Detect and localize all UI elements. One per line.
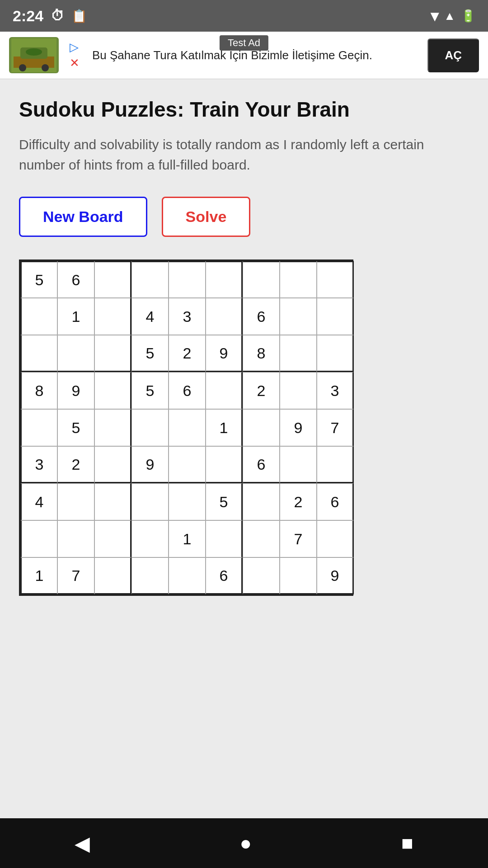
sudoku-cell[interactable]: 9 [206,335,243,372]
sudoku-row: 5298 [20,335,354,372]
sudoku-cell[interactable] [94,409,131,446]
sudoku-cell[interactable]: 6 [206,557,243,594]
sudoku-cell[interactable]: 4 [20,483,57,520]
sudoku-cell[interactable] [206,298,243,335]
sudoku-cell[interactable] [131,557,169,594]
new-board-button[interactable]: New Board [19,197,147,237]
sudoku-cell[interactable] [280,372,317,409]
sudoku-cell[interactable]: 1 [169,520,206,557]
sudoku-cell[interactable] [169,483,206,520]
sudoku-cell[interactable] [20,298,57,335]
sudoku-cell[interactable]: 1 [206,409,243,446]
sudoku-cell[interactable] [317,520,354,557]
sudoku-cell[interactable] [94,335,131,372]
sudoku-cell[interactable] [169,261,206,298]
sudoku-cell[interactable] [317,446,354,483]
ad-play-icon[interactable]: ▷ [70,40,79,54]
back-button[interactable]: ◀ [75,832,90,855]
home-button[interactable]: ● [239,832,252,854]
ad-label: Test Ad [220,35,268,51]
sudoku-cell[interactable]: 5 [57,409,94,446]
sudoku-cell[interactable] [317,298,354,335]
sudoku-cell[interactable] [243,483,280,520]
sudoku-cell[interactable]: 7 [57,557,94,594]
sudoku-cell[interactable] [206,520,243,557]
sudoku-cell[interactable] [94,298,131,335]
sudoku-cell[interactable] [206,446,243,483]
sudoku-cell[interactable]: 7 [317,409,354,446]
sudoku-cell[interactable] [206,372,243,409]
sudoku-cell[interactable] [243,557,280,594]
sudoku-cell[interactable]: 2 [57,446,94,483]
recent-button[interactable]: ■ [401,832,413,854]
sudoku-cell[interactable] [131,520,169,557]
sudoku-cell[interactable] [169,409,206,446]
sudoku-cell[interactable]: 4 [131,298,169,335]
sudoku-cell[interactable] [169,446,206,483]
sudoku-cell[interactable]: 9 [317,557,354,594]
sudoku-cell[interactable]: 6 [169,372,206,409]
sudoku-cell[interactable]: 2 [169,335,206,372]
sudoku-cell[interactable]: 5 [131,335,169,372]
sudoku-cell[interactable]: 1 [57,298,94,335]
sudoku-row: 3296 [20,446,354,483]
sudoku-cell[interactable]: 5 [131,372,169,409]
ad-close-icon[interactable]: ✕ [70,56,80,70]
sudoku-row: 895623 [20,372,354,409]
sudoku-cell[interactable]: 3 [20,446,57,483]
sudoku-cell[interactable]: 1 [20,557,57,594]
sudoku-cell[interactable] [57,520,94,557]
sudoku-cell[interactable] [131,409,169,446]
sudoku-cell[interactable] [131,483,169,520]
buttons-row: New Board Solve [19,197,469,237]
sudoku-cell[interactable] [20,520,57,557]
sudoku-cell[interactable]: 9 [131,446,169,483]
sudoku-cell[interactable] [206,261,243,298]
pocket-icon: ⏱ [51,8,64,24]
sudoku-cell[interactable]: 6 [317,483,354,520]
sudoku-row: 4526 [20,483,354,520]
sudoku-cell[interactable]: 5 [20,261,57,298]
sudoku-cell[interactable] [317,261,354,298]
sudoku-cell[interactable]: 2 [243,372,280,409]
sudoku-cell[interactable] [94,557,131,594]
sudoku-cell[interactable] [94,372,131,409]
sudoku-cell[interactable] [317,335,354,372]
sudoku-cell[interactable]: 2 [280,483,317,520]
sudoku-cell[interactable]: 9 [57,372,94,409]
sudoku-cell[interactable]: 8 [20,372,57,409]
sudoku-cell[interactable]: 3 [317,372,354,409]
sudoku-cell[interactable] [280,557,317,594]
sudoku-cell[interactable]: 6 [243,446,280,483]
sudoku-cell[interactable] [280,261,317,298]
sudoku-cell[interactable]: 9 [280,409,317,446]
sudoku-cell[interactable] [280,446,317,483]
sudoku-cell[interactable]: 7 [280,520,317,557]
sudoku-cell[interactable] [94,446,131,483]
sudoku-cell[interactable] [169,557,206,594]
sudoku-cell[interactable] [243,409,280,446]
sudoku-cell[interactable] [94,520,131,557]
sudoku-cell[interactable] [57,335,94,372]
status-bar: 2:24 ⏱ 📋 ▾ ▲ 🔋 [0,0,488,32]
sudoku-cell[interactable] [20,335,57,372]
sudoku-cell[interactable] [280,298,317,335]
sudoku-cell[interactable] [94,261,131,298]
sudoku-cell[interactable] [243,261,280,298]
sudoku-cell[interactable] [243,520,280,557]
sudoku-row: 17 [20,520,354,557]
sudoku-cell[interactable]: 8 [243,335,280,372]
sudoku-cell[interactable]: 6 [57,261,94,298]
solve-button[interactable]: Solve [162,197,251,237]
sudoku-cell[interactable] [57,483,94,520]
sudoku-cell[interactable] [94,483,131,520]
sudoku-cell[interactable]: 5 [206,483,243,520]
sudoku-cell[interactable] [131,261,169,298]
svg-point-4 [42,64,49,71]
sudoku-row: 56 [20,261,354,298]
sudoku-cell[interactable] [20,409,57,446]
sudoku-cell[interactable]: 6 [243,298,280,335]
sudoku-cell[interactable] [280,335,317,372]
ad-cta-button[interactable]: AÇ [427,38,479,72]
sudoku-cell[interactable]: 3 [169,298,206,335]
